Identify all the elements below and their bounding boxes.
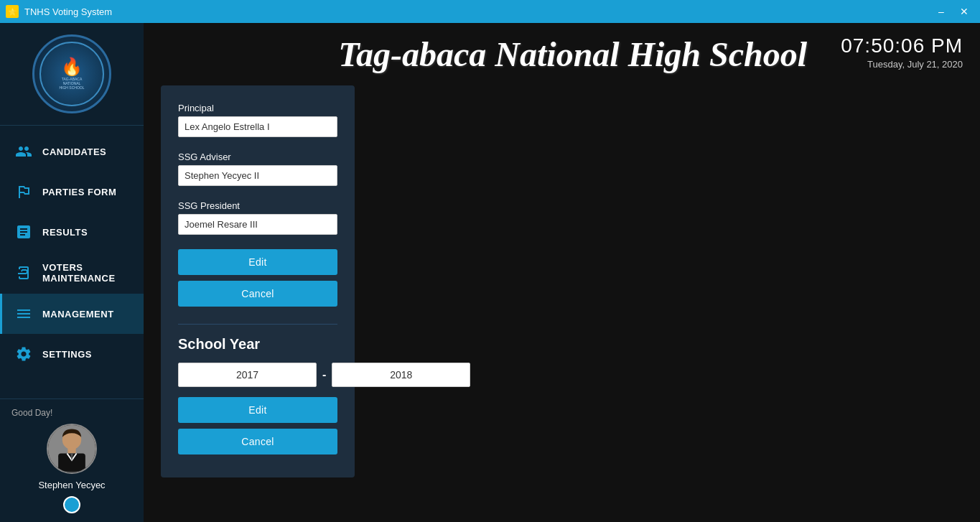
info-cancel-button[interactable]: Cancel [178, 281, 337, 307]
ssg-president-label: SSG President [178, 200, 337, 211]
principal-label: Principal [178, 103, 337, 113]
sidebar-item-settings[interactable]: SETTINGS [0, 334, 144, 374]
ssg-adviser-input[interactable] [178, 165, 337, 186]
settings-icon [14, 344, 34, 364]
clock-area: 07:50:06 PM Tuesday, July 21, 2020 [841, 34, 963, 70]
logo-inner: 🔥 TAG-ABACANATIONALHIGH SCHOOL [39, 42, 104, 106]
year-edit-button[interactable]: Edit [178, 397, 337, 423]
header: Tag-abaca National High School 07:50:06 … [144, 23, 980, 85]
clock-date: Tuesday, July 21, 2020 [841, 59, 963, 70]
close-button[interactable]: ✕ [954, 4, 974, 19]
results-icon [14, 222, 34, 242]
sidebar-item-results[interactable]: RESULTS [0, 212, 144, 252]
school-logo: 🔥 TAG-ABACANATIONALHIGH SCHOOL [32, 34, 111, 113]
svg-rect-2 [67, 448, 75, 454]
minimize-button[interactable]: – [931, 4, 951, 19]
app-icon: ⭐ [6, 5, 19, 18]
voters-label: VOTERS MAINTENANCE [42, 262, 132, 284]
management-icon [14, 304, 34, 324]
results-label: RESULTS [42, 227, 88, 238]
avatar-image [48, 425, 95, 472]
titlebar-controls: – ✕ [931, 4, 974, 19]
school-title: Tag-abaca National High School [304, 34, 841, 74]
school-year-row: - [178, 363, 337, 387]
sidebar-item-management[interactable]: MANAGEMENT [0, 294, 144, 334]
year-end-input[interactable] [332, 363, 470, 387]
clock-time: 07:50:06 PM [841, 34, 963, 57]
ssg-president-section: SSG President [178, 200, 337, 235]
candidates-label: CANDIDATES [42, 146, 106, 157]
logo-text: TAG-ABACANATIONALHIGH SCHOOL [59, 77, 84, 90]
management-form-panel: Principal SSG Adviser SSG President Edit… [161, 85, 355, 477]
main-content: Principal SSG Adviser SSG President Edit… [144, 85, 980, 522]
parties-icon [14, 182, 34, 202]
titlebar: ⭐ TNHS Voting System – ✕ [0, 0, 980, 23]
avatar [47, 424, 97, 474]
info-edit-button[interactable]: Edit [178, 249, 337, 275]
sidebar-item-parties-form[interactable]: PARTIES FORM [0, 172, 144, 212]
logo-torch-icon: 🔥 [61, 58, 83, 75]
principal-section: Principal [178, 103, 337, 137]
school-year-title: School Year [178, 336, 337, 353]
sidebar: 🔥 TAG-ABACANATIONALHIGH SCHOOL CANDIDATE… [0, 23, 144, 522]
voters-icon [14, 263, 34, 283]
user-name: Stephen Yecyec [38, 480, 105, 490]
app-title: TNHS Voting System [24, 6, 112, 17]
principal-input[interactable] [178, 116, 337, 137]
ssg-adviser-section: SSG Adviser [178, 152, 337, 186]
divider [178, 324, 337, 325]
sidebar-item-voters-maintenance[interactable]: VOTERS MAINTENANCE [0, 252, 144, 294]
sidebar-item-candidates[interactable]: CANDIDATES [0, 131, 144, 172]
ssg-adviser-label: SSG Adviser [178, 152, 337, 162]
year-separator: - [322, 368, 326, 381]
ssg-president-input[interactable] [178, 214, 337, 235]
main-layout: 🔥 TAG-ABACANATIONALHIGH SCHOOL CANDIDATE… [0, 23, 980, 522]
user-area: Good Day! [0, 399, 144, 522]
content-area: Tag-abaca National High School 07:50:06 … [144, 23, 980, 522]
good-day-text: Good Day! [11, 408, 52, 418]
parties-label: PARTIES FORM [42, 187, 116, 197]
sidebar-nav: CANDIDATES PARTIES FORM RESULTS VOTERS M… [0, 126, 144, 399]
year-start-input[interactable] [178, 363, 317, 387]
titlebar-left: ⭐ TNHS Voting System [6, 5, 112, 18]
settings-label: SETTINGS [42, 349, 92, 360]
candidates-icon [14, 141, 34, 162]
year-cancel-button[interactable]: Cancel [178, 429, 337, 455]
management-label: MANAGEMENT [42, 309, 114, 320]
user-status-indicator [63, 496, 80, 513]
logo-area: 🔥 TAG-ABACANATIONALHIGH SCHOOL [0, 23, 144, 126]
